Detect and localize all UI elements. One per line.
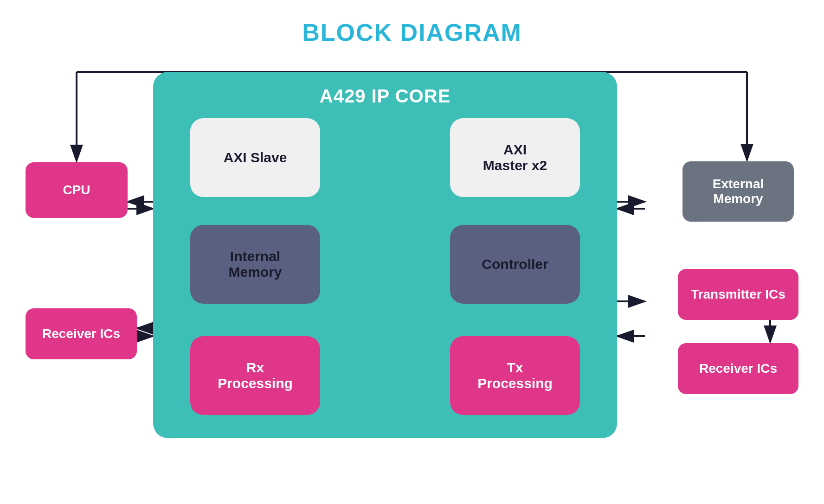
ip-core-box: A429 IP CORE AXI Slave AXIMaster x2 Inte…: [153, 72, 617, 438]
rx-processing-box: RxProcessing: [190, 336, 320, 415]
external-memory-box: ExternalMemory: [682, 161, 794, 222]
axi-master-box: AXIMaster x2: [450, 118, 580, 197]
controller-box: Controller: [450, 225, 580, 304]
diagram-container: BLOCK DIAGRAM: [0, 0, 824, 504]
receiver-ics-left-box: Receiver ICs: [26, 308, 137, 359]
cpu-box: CPU: [26, 162, 128, 218]
internal-memory-box: InternalMemory: [190, 225, 320, 304]
axi-slave-box: AXI Slave: [190, 118, 320, 197]
tx-processing-box: TxProcessing: [450, 336, 580, 415]
page-title: BLOCK DIAGRAM: [302, 19, 522, 46]
receiver-ics-right-box: Receiver ICs: [678, 343, 798, 394]
transmitter-ics-box: Transmitter ICs: [678, 269, 798, 320]
ip-core-title: A429 IP CORE: [320, 86, 451, 107]
